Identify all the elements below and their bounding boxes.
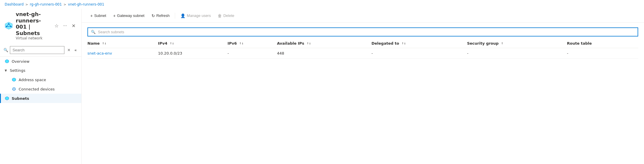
nav-list: Overview ▼ Settings Address space (0, 57, 81, 164)
delete-label: Delete (223, 13, 234, 18)
resource-info: vnet-gh-runners-001 | Subnets Virtual ne… (16, 11, 50, 40)
col-available-ips-label: Available IPs (277, 41, 304, 46)
add-subnet-label: Subnet (94, 13, 106, 18)
sidebar-collapse-button[interactable]: « (73, 47, 78, 53)
cell-ipv4: 10.20.0.0/23 (158, 48, 227, 59)
col-name-label: Name (87, 41, 100, 46)
col-available-ips[interactable]: Available IPs ↑↓ (277, 39, 371, 48)
col-available-ips-sort[interactable]: ↑↓ (307, 42, 311, 45)
manage-users-icon: 👤 (180, 14, 185, 18)
toolbar: + Subnet + Gateway subnet ↻ Refresh 👤 Ma… (82, 9, 644, 23)
sidebar-item-overview-label: Overview (12, 59, 29, 64)
sidebar-search-wrapper: 🔍 ✕ « (0, 44, 81, 57)
search-subnets-icon: 🔍 (91, 30, 96, 34)
col-ipv6[interactable]: IPv6 ↑↓ (228, 39, 277, 48)
sidebar-item-subnets-label: Subnets (12, 96, 29, 101)
breadcrumb: Dashboard > rg-gh-runners-001 > vnet-gh-… (0, 0, 644, 9)
sidebar-search-icon: 🔍 (3, 48, 8, 52)
main-layout: vnet-gh-runners-001 | Subnets Virtual ne… (0, 9, 644, 164)
col-security-group[interactable]: Security group ↑ (467, 39, 567, 48)
resource-icon (5, 21, 13, 30)
table-row: snet-aca-env 10.20.0.0/23 - 448 - - - (87, 48, 638, 59)
col-ipv4[interactable]: IPv4 ↑↓ (158, 39, 227, 48)
content-area: + Subnet + Gateway subnet ↻ Refresh 👤 Ma… (82, 9, 644, 164)
search-subnets-input[interactable] (98, 30, 635, 34)
resource-title: vnet-gh-runners-001 | Subnets (16, 11, 50, 36)
col-ipv4-sort[interactable]: ↑↓ (170, 42, 174, 45)
sidebar-search-input[interactable] (10, 46, 64, 54)
sidebar-item-settings-label: Settings (10, 68, 25, 73)
col-ipv4-label: IPv4 (158, 41, 167, 46)
cell-route-table: - (567, 48, 638, 59)
refresh-icon: ↻ (152, 14, 155, 18)
cell-security-group: - (467, 48, 567, 59)
table-container: Name ↑↓ IPv4 ↑↓ IPv6 ↑↓ (82, 39, 644, 164)
sidebar-item-address-space[interactable]: Address space (0, 75, 81, 84)
delete-button[interactable]: 🗑 Delete (215, 12, 237, 20)
sidebar-item-connected-devices-label: Connected devices (19, 87, 55, 91)
settings-chevron-icon: ▼ (5, 69, 7, 72)
col-name[interactable]: Name ↑↓ (87, 39, 158, 48)
cell-name[interactable]: snet-aca-env (87, 48, 158, 59)
breadcrumb-rg[interactable]: rg-gh-runners-001 (30, 2, 62, 6)
sidebar-item-subnets[interactable]: Subnets (0, 94, 81, 103)
breadcrumb-vnet[interactable]: vnet-gh-runners-001 (68, 2, 104, 6)
table-header-row: Name ↑↓ IPv4 ↑↓ IPv6 ↑↓ (87, 39, 638, 48)
add-subnet-icon: + (90, 14, 93, 18)
resource-subtitle: Virtual network (16, 36, 50, 40)
search-clear-button[interactable]: ✕ (66, 47, 72, 53)
favorite-button[interactable]: ☆ (53, 22, 60, 30)
manage-users-label: Manage users (187, 13, 211, 18)
connected-devices-icon (12, 87, 16, 91)
manage-users-button[interactable]: 👤 Manage users (177, 12, 214, 20)
vnet-svg-icon (5, 22, 13, 30)
svg-marker-15 (5, 97, 9, 100)
address-space-icon (12, 77, 16, 82)
sidebar-header: vnet-gh-runners-001 | Subnets Virtual ne… (0, 9, 81, 44)
sidebar-item-address-space-label: Address space (19, 78, 46, 82)
add-gateway-subnet-label: Gateway subnet (117, 13, 145, 18)
refresh-label: Refresh (156, 13, 170, 18)
close-button[interactable]: ✕ (71, 22, 77, 30)
breadcrumb-chevron-2: > (64, 3, 66, 6)
table-header: Name ↑↓ IPv4 ↑↓ IPv6 ↑↓ (87, 39, 638, 48)
cell-delegated-to: - (372, 48, 467, 59)
sidebar-item-overview[interactable]: Overview (0, 57, 81, 66)
overview-icon (5, 59, 9, 64)
breadcrumb-chevron-1: > (25, 3, 28, 6)
sidebar-item-settings[interactable]: ▼ Settings (0, 66, 81, 75)
col-security-group-label: Security group (467, 41, 499, 46)
refresh-button[interactable]: ↻ Refresh (149, 12, 173, 20)
sidebar: vnet-gh-runners-001 | Subnets Virtual ne… (0, 9, 82, 164)
svg-marker-0 (5, 22, 13, 29)
col-delegated-to-label: Delegated to (372, 41, 399, 46)
subnets-table: Name ↑↓ IPv4 ↑↓ IPv6 ↑↓ (87, 39, 638, 59)
col-security-group-sort[interactable]: ↑ (501, 42, 504, 45)
delete-icon: 🗑 (218, 14, 222, 18)
add-gateway-subnet-button[interactable]: + Gateway subnet (110, 12, 147, 20)
svg-marker-8 (12, 78, 16, 81)
subnets-icon (5, 96, 9, 101)
col-ipv6-label: IPv6 (228, 41, 237, 46)
sidebar-item-connected-devices[interactable]: Connected devices (0, 84, 81, 94)
add-subnet-button[interactable]: + Subnet (87, 12, 109, 20)
svg-line-14 (14, 88, 15, 90)
header-actions: ☆ ··· ✕ (53, 22, 77, 30)
col-name-sort[interactable]: ↑↓ (102, 42, 107, 45)
col-route-table: Route table (567, 39, 638, 48)
col-delegated-to-sort[interactable]: ↑↓ (402, 42, 406, 45)
svg-line-13 (13, 88, 14, 90)
cell-available-ips: 448 (277, 48, 371, 59)
more-options-button[interactable]: ··· (62, 22, 68, 29)
table-body: snet-aca-env 10.20.0.0/23 - 448 - - - (87, 48, 638, 59)
col-ipv6-sort[interactable]: ↑↓ (239, 42, 244, 45)
add-gateway-icon: + (113, 14, 115, 18)
col-route-table-label: Route table (567, 41, 592, 46)
cell-ipv6: - (228, 48, 277, 59)
toolbar-separator (175, 13, 175, 19)
svg-marker-7 (5, 60, 9, 63)
search-subnets-wrapper: 🔍 (87, 27, 638, 36)
app-container: Dashboard > rg-gh-runners-001 > vnet-gh-… (0, 0, 644, 164)
breadcrumb-dashboard[interactable]: Dashboard (5, 2, 24, 6)
col-delegated-to[interactable]: Delegated to ↑↓ (372, 39, 467, 48)
